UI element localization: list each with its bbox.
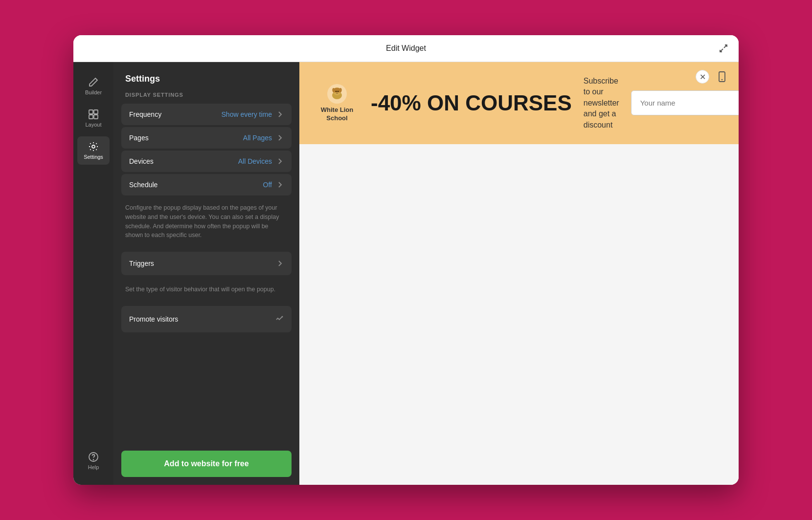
modal-container: Edit Widget Builder [73,35,739,485]
svg-point-6 [92,145,95,148]
widget-close-button[interactable]: ✕ [696,70,709,84]
widget-preview: ✕ [299,62,739,144]
help-label: Help [88,464,99,470]
sidebar-icons: Builder Layout [73,62,113,485]
settings-description: Configure the popup display based on the… [113,195,299,248]
devices-value: All Devices [238,157,284,165]
svg-point-16 [338,91,338,92]
devices-label: Devices [129,157,154,165]
triggers-chevron-icon [276,260,284,267]
logo-text: White Lion School [315,106,359,123]
chevron-right-icon [276,181,284,189]
svg-rect-2 [89,110,93,114]
layout-label: Layout [85,122,101,128]
gear-icon [88,141,99,152]
modal-body: Builder Layout [73,62,739,485]
widget-discount-text: -40% ON COURSES [371,91,572,115]
svg-point-9 [282,316,283,317]
schedule-value: Off [263,181,284,189]
pages-option[interactable]: Pages All Pages [121,127,292,149]
schedule-option[interactable]: Schedule Off [121,174,292,195]
pencil-icon [88,77,99,87]
triggers-label: Triggers [129,260,154,267]
svg-point-15 [336,91,337,92]
display-settings-label: DISPLAY SETTINGS [113,92,299,104]
help-icon [88,452,99,462]
settings-label: Settings [84,154,103,160]
svg-rect-5 [94,115,98,119]
bottom-section: Promote visitors [113,302,299,336]
devices-option[interactable]: Devices All Devices [121,151,292,172]
triggers-section: Triggers [113,248,299,279]
pages-label: Pages [129,134,149,142]
pages-value: All Pages [243,134,284,142]
settings-panel: Settings DISPLAY SETTINGS Frequency Show… [113,62,299,485]
triggers-option[interactable]: Triggers [121,252,292,275]
svg-point-8 [93,459,94,460]
chevron-right-icon [276,157,284,165]
builder-label: Builder [85,89,102,95]
settings-panel-footer: Add to website for free [113,443,299,485]
frequency-option[interactable]: Frequency Show every time [121,104,292,125]
widget-logo-area: White Lion School [315,84,359,123]
svg-line-1 [720,49,723,52]
svg-rect-3 [94,110,98,114]
svg-point-17 [337,92,338,93]
sidebar-item-layout[interactable]: Layout [77,104,110,132]
chevron-right-icon [276,134,284,142]
sidebar-item-settings[interactable]: Settings [77,136,110,165]
schedule-label: Schedule [129,181,158,189]
layout-icon [88,109,99,120]
sidebar-item-help[interactable]: Help [77,447,110,475]
svg-line-0 [724,45,727,48]
chevron-right-icon [276,110,284,118]
bottom-option[interactable]: Promote visitors [121,306,292,332]
bottom-row-label: Promote visitors [129,315,178,323]
frequency-label: Frequency [129,110,161,118]
modal-title: Edit Widget [386,44,426,53]
widget-subscribe-text: Subscribe to our newsletter and get a di… [584,76,619,130]
svg-rect-4 [89,115,93,119]
name-input[interactable] [631,90,739,115]
triggers-description: Set the type of visitor behavior that wi… [113,279,299,302]
settings-panel-title: Settings [113,62,299,92]
bottom-option-icon [275,314,284,325]
add-to-website-button[interactable]: Add to website for free [121,451,292,477]
sidebar-item-builder[interactable]: Builder [77,72,110,100]
widget-form: Submit [631,90,739,115]
mobile-preview-icon[interactable] [715,70,729,84]
frequency-value: Show every time [222,110,284,118]
white-lion-logo [327,84,347,104]
preview-area: ✕ [299,62,739,485]
settings-options: Frequency Show every time Pages All Page… [113,104,299,195]
expand-icon[interactable] [718,43,729,54]
modal-header: Edit Widget [73,35,739,62]
